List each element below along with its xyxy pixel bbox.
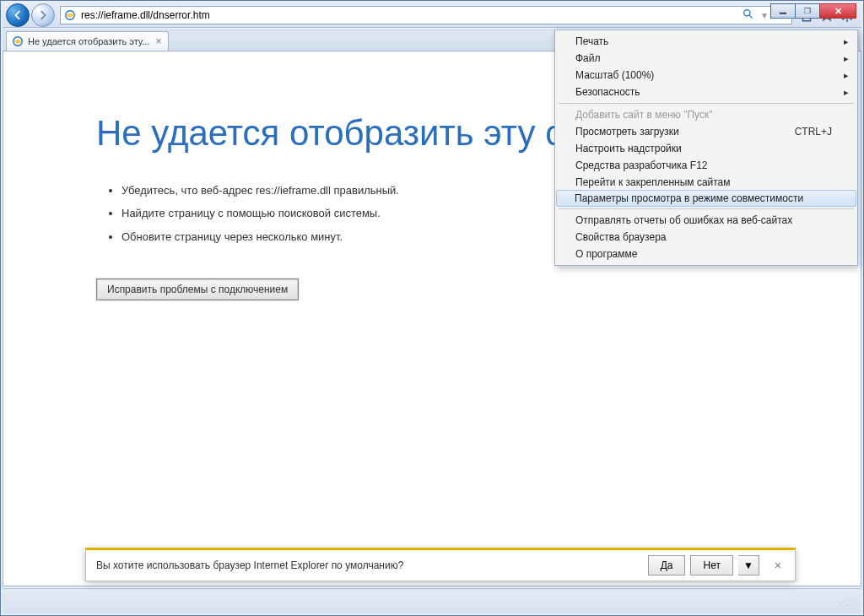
tools-menu: Печать Файл Масштаб (100%) Безопасность … bbox=[554, 30, 858, 266]
ie-tab-icon bbox=[12, 35, 24, 47]
navigation-bar: ▾ bbox=[3, 3, 861, 28]
infobar-message: Вы хотите использовать браузер Internet … bbox=[96, 559, 643, 571]
menu-dev-tools[interactable]: Средства разработчика F12 bbox=[557, 157, 856, 174]
menu-zoom[interactable]: Масштаб (100%) bbox=[557, 67, 856, 84]
menu-separator bbox=[559, 103, 854, 104]
close-button[interactable] bbox=[819, 3, 856, 19]
address-bar[interactable]: ▾ bbox=[60, 6, 792, 24]
menu-security[interactable]: Безопасность bbox=[557, 84, 856, 100]
infobar-yes-button[interactable]: Да bbox=[648, 555, 686, 575]
menu-print[interactable]: Печать bbox=[557, 33, 856, 50]
menu-internet-options[interactable]: Свойства браузера bbox=[557, 229, 856, 246]
menu-compatibility-view[interactable]: Параметры просмотра в режиме совместимос… bbox=[556, 190, 856, 207]
infobar-close-icon[interactable]: × bbox=[771, 559, 785, 572]
status-bar: ⋰⋰ bbox=[3, 588, 861, 613]
search-icon[interactable] bbox=[741, 8, 755, 22]
ie-page-icon bbox=[64, 9, 76, 21]
menu-add-to-start: Добавить сайт в меню "Пуск" bbox=[557, 106, 856, 123]
browser-tab[interactable]: Не удается отобразить эту... × bbox=[6, 31, 169, 51]
menu-about[interactable]: О программе bbox=[557, 246, 856, 262]
window-controls bbox=[771, 3, 856, 19]
forward-button[interactable] bbox=[31, 3, 55, 27]
menu-pinned-sites[interactable]: Перейти к закрепленным сайтам bbox=[557, 174, 856, 191]
infobar-no-button[interactable]: Нет bbox=[690, 555, 732, 575]
menu-manage-addons[interactable]: Настроить надстройки bbox=[557, 140, 856, 157]
maximize-button[interactable] bbox=[795, 3, 820, 19]
menu-view-downloads[interactable]: Просмотреть загрузки CTRL+J bbox=[557, 123, 856, 140]
menu-separator bbox=[559, 208, 854, 209]
tab-title: Не удается отобразить эту... bbox=[28, 36, 149, 46]
tab-close-icon[interactable]: × bbox=[154, 35, 163, 47]
resize-grip-icon[interactable]: ⋰⋰ bbox=[840, 597, 853, 606]
menu-report-errors[interactable]: Отправлять отчеты об ошибках на веб-сайт… bbox=[557, 212, 856, 229]
minimize-button[interactable] bbox=[770, 3, 796, 19]
default-browser-infobar: Вы хотите использовать браузер Internet … bbox=[85, 548, 796, 581]
svg-line-2 bbox=[749, 15, 752, 18]
svg-point-1 bbox=[744, 9, 750, 15]
menu-file[interactable]: Файл bbox=[557, 50, 856, 67]
infobar-no-dropdown[interactable]: ▼ bbox=[738, 555, 759, 575]
url-input[interactable] bbox=[79, 8, 741, 22]
back-button[interactable] bbox=[6, 3, 30, 27]
fix-connection-button[interactable]: Исправить проблемы с подключением bbox=[96, 278, 299, 300]
